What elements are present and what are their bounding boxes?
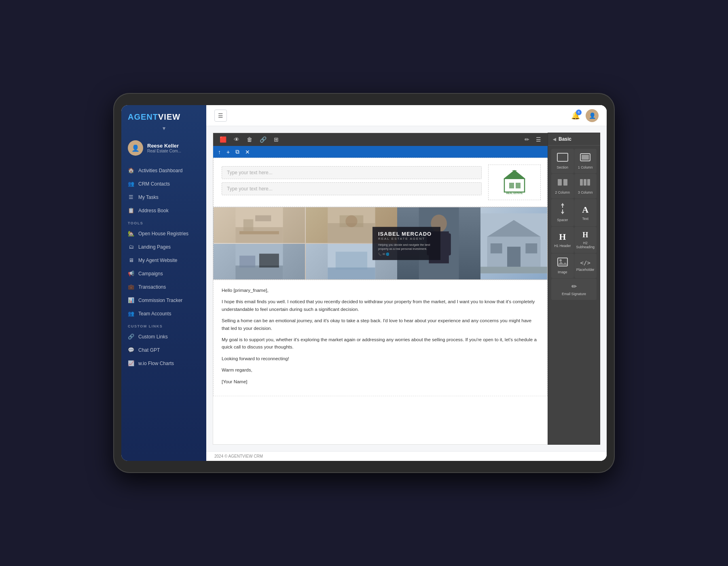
panel-item-1col[interactable]: 1 Column <box>574 149 597 173</box>
sidebar-item-chatgpt[interactable]: 💬 Chat GPT <box>121 343 206 357</box>
email-sign3: [Your Name] <box>222 378 539 385</box>
panel-label-spacer: Spacer <box>557 218 568 222</box>
svg-rect-38 <box>558 179 562 186</box>
menu-button[interactable]: ☰ <box>214 110 227 122</box>
block-up-btn[interactable]: ↑ <box>216 148 222 156</box>
eye-btn[interactable]: 👁 <box>232 135 241 144</box>
panel-item-h2[interactable]: H H2 Subheading <box>574 227 597 253</box>
sidebar-label-flowcharts: w.io Flow Charts <box>138 361 174 366</box>
svg-rect-34 <box>480 267 547 274</box>
panel-label-h2: H2 Subheading <box>576 241 595 249</box>
chart-icon: 📈 <box>128 360 134 366</box>
sidebar-item-customlinks[interactable]: 🔗 Custom Links <box>121 330 206 343</box>
sidebar-item-address[interactable]: 📋 Address Book <box>121 204 206 217</box>
trash-btn[interactable]: 🗑 <box>245 135 254 144</box>
email-header-section: Type your text here... Type your text he… <box>213 158 548 207</box>
user-avatar-top[interactable]: 👤 <box>586 109 599 122</box>
svg-rect-31 <box>507 247 521 270</box>
sidebar-item-flowcharts[interactable]: 📈 w.io Flow Charts <box>121 357 206 370</box>
panel-item-3col[interactable]: 3 Column <box>574 174 597 199</box>
email-canvas-wrapper: 🟥 👁 🗑 🔗 ⊞ ✏ ☰ <box>213 133 548 445</box>
sidebar-label-campaigns: Campaigns <box>138 271 163 277</box>
pencil-btn[interactable]: ✏ <box>523 135 531 144</box>
svg-rect-42 <box>587 179 590 186</box>
svg-rect-11 <box>239 231 279 234</box>
panel-item-placeholder[interactable]: </> Placeholder <box>574 253 597 278</box>
svg-rect-3 <box>516 183 521 188</box>
svg-rect-41 <box>584 179 586 186</box>
two-column-icon <box>557 178 568 189</box>
toolbar-right: ✏ ☰ <box>523 135 543 144</box>
sidebar-user: 👤 Reese Keller Real Estate Com... <box>121 135 206 161</box>
panel-label-image: Image <box>558 270 567 274</box>
svg-point-48 <box>559 259 562 262</box>
grid-btn[interactable]: ⊞ <box>272 135 280 144</box>
right-panel: ◀ Basic Section <box>548 133 600 445</box>
svg-text:REAL ESTATE: REAL ESTATE <box>506 192 523 194</box>
sidebar-item-website[interactable]: 🖥 My Agent Website <box>121 253 206 267</box>
panel-item-image[interactable]: Image <box>551 253 574 278</box>
team-icon: 👥 <box>128 310 134 317</box>
one-column-icon <box>580 153 591 164</box>
real-estate-logo-svg: REAL ESTATE <box>500 169 529 195</box>
svg-rect-39 <box>563 179 567 186</box>
panel-item-h1[interactable]: H H1 Header <box>551 227 574 253</box>
sidebar-label-openhouse: Open House Registries <box>138 231 188 237</box>
block-close-btn[interactable]: ✕ <box>243 148 252 156</box>
panel-label-signature: Email Signature <box>562 292 586 296</box>
collage-left <box>214 207 397 279</box>
sidebar-item-openhouse[interactable]: 🏡 Open House Registries <box>121 227 206 240</box>
more-btn[interactable]: ☰ <box>534 135 543 144</box>
sidebar-item-landing[interactable]: 🗂 Landing Pages <box>121 240 206 253</box>
panel-item-text[interactable]: A Text <box>574 199 597 226</box>
panel-item-signature[interactable]: ✏ Email Signature <box>551 279 597 300</box>
user-info: Reese Keller Real Estate Com... <box>147 143 181 153</box>
openhouse-icon: 🏡 <box>128 230 134 237</box>
email-body-section: Hello [primary_fname], I hope this email… <box>213 280 548 396</box>
email-canvas: Type your text here... Type your text he… <box>213 158 548 400</box>
sidebar-item-team[interactable]: 👥 Team Accounts <box>121 307 206 320</box>
sidebar-item-commission[interactable]: 📊 Commission Tracker <box>121 294 206 307</box>
block-copy-btn[interactable]: ⧉ <box>234 148 241 156</box>
svg-rect-33 <box>525 243 537 253</box>
panel-item-spacer[interactable]: Spacer <box>551 199 574 226</box>
panel-item-2col[interactable]: 2 Column <box>551 174 574 199</box>
sidebar-item-activities[interactable]: 🏠 Activities Dashboard <box>121 164 206 177</box>
logo-part1: AGENT <box>128 112 158 121</box>
topbar-right: 🔔 6 👤 <box>571 109 599 122</box>
sidebar-item-transactions[interactable]: 💼 Transactions <box>121 280 206 294</box>
sidebar-item-crm[interactable]: 👥 CRM Contacts <box>121 177 206 190</box>
panel-label-placeholder: Placeholder <box>576 268 595 272</box>
collage-right <box>480 207 547 279</box>
sidebar-item-campaigns[interactable]: 📢 Campaigns <box>121 267 206 280</box>
svg-rect-18 <box>239 256 255 267</box>
email-text-block: Type your text here... Type your text he… <box>220 165 483 200</box>
svg-rect-19 <box>259 253 279 267</box>
sidebar-item-tasks[interactable]: ☰ My Tasks <box>121 190 206 204</box>
color-tool-btn[interactable]: 🟥 <box>218 135 228 144</box>
panel-item-section[interactable]: Section <box>551 149 574 173</box>
collage-cell-3 <box>214 244 305 279</box>
h1-icon: H <box>559 232 566 242</box>
agent-info-overlay: ISABEL MERCADO REAL ESTATE AGENT Helping… <box>372 227 440 260</box>
chat-icon: 💬 <box>128 347 134 353</box>
email-para1: I hope this email finds you well. I noti… <box>222 298 539 313</box>
email-image-section: ISABEL MERCADO REAL ESTATE AGENT Helping… <box>213 207 548 280</box>
sidebar-logo: AGENTVIEW <box>121 105 206 125</box>
email-sign1: Looking forward to reconnecting! <box>222 355 539 362</box>
section-icon <box>557 153 568 164</box>
notification-button[interactable]: 🔔 6 <box>571 111 580 120</box>
sidebar-label-team: Team Accounts <box>138 311 171 317</box>
collage-cell-1 <box>214 207 305 243</box>
placeholder-icon: </> <box>580 260 590 266</box>
sidebar-label-landing: Landing Pages <box>138 244 171 250</box>
svg-rect-32 <box>491 243 502 253</box>
email-placeholder-1[interactable]: Type your text here... <box>222 166 482 179</box>
link-btn[interactable]: 🔗 <box>258 135 268 144</box>
sidebar-label-chatgpt: Chat GPT <box>138 347 160 353</box>
user-name: Reese Keller <box>147 143 181 149</box>
block-add-btn[interactable]: + <box>225 148 231 156</box>
panel-label-h1: H1 Header <box>554 244 571 248</box>
email-placeholder-2[interactable]: Type your text here... <box>222 182 482 195</box>
contacts-icon: 👥 <box>128 181 134 187</box>
